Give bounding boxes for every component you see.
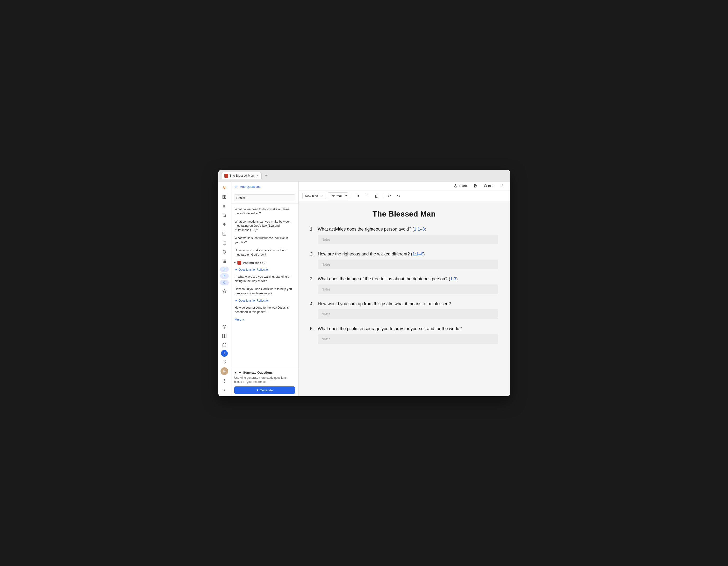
underline-button[interactable]: U: [372, 192, 380, 200]
redo-button[interactable]: ↪: [395, 192, 402, 200]
num-badge-btn[interactable]: 3: [221, 350, 228, 357]
info-button[interactable]: Info: [482, 183, 495, 188]
svg-point-9: [224, 259, 225, 260]
o-pill-btn[interactable]: O: [220, 280, 229, 286]
notes-field[interactable]: Notes: [318, 334, 498, 344]
svg-point-14: [223, 262, 223, 263]
main-area: B N O 3: [218, 181, 510, 396]
sidebar-icons: B N O 3: [218, 181, 231, 396]
question-content: How would you sum up from this psalm wha…: [318, 301, 451, 307]
add-questions-button[interactable]: Add Questions: [234, 184, 295, 190]
info-label: Info: [488, 184, 493, 187]
grid-icon-btn[interactable]: [220, 257, 229, 265]
questions-for-reflection-2[interactable]: ▼ Questions for Reflection: [231, 298, 298, 304]
new-tab-button[interactable]: +: [263, 172, 269, 179]
layout-icon-btn[interactable]: [220, 193, 229, 201]
svg-rect-4: [223, 197, 224, 198]
more-link[interactable]: More »: [231, 316, 298, 324]
notes-field[interactable]: Notes: [318, 309, 498, 319]
document-icon-btn[interactable]: [220, 238, 229, 247]
question-text: 5. What does the psalm encourage you to …: [310, 326, 498, 332]
new-block-button[interactable]: New block: [302, 193, 326, 199]
svg-marker-17: [223, 289, 226, 292]
generate-section: ▼ ✦ Generate Questions Use AI to generat…: [231, 368, 298, 396]
cross-icon-btn[interactable]: [220, 220, 229, 229]
svg-rect-7: [223, 232, 226, 235]
help-icon-btn[interactable]: [220, 323, 229, 331]
list-item[interactable]: What would such fruitfulness look like i…: [231, 234, 298, 246]
new-block-label: New block: [305, 194, 320, 198]
generate-header[interactable]: ▼ ✦ Generate Questions: [234, 371, 295, 374]
refresh-icon-btn[interactable]: [220, 357, 229, 366]
chevron-down-icon-2: ▼: [235, 268, 238, 271]
question-content: What does the psalm encourage you to pra…: [318, 326, 462, 332]
svg-rect-2: [223, 195, 224, 197]
bold-button[interactable]: B: [354, 192, 361, 200]
toolbar-divider-2: [383, 193, 383, 198]
scripture-ref-link[interactable]: 1:3: [450, 276, 456, 281]
expand-sidebar-btn[interactable]: [220, 386, 229, 395]
generate-button[interactable]: ✦ Generate: [234, 387, 295, 394]
tab-close-button[interactable]: ×: [257, 174, 258, 178]
question-text: 4. How would you sum up from this psalm …: [310, 301, 498, 307]
shield-icon-btn[interactable]: [220, 248, 229, 256]
check-icon-btn[interactable]: [220, 229, 229, 238]
svg-point-16: [225, 262, 226, 263]
list-item[interactable]: What connections can you make between me…: [231, 218, 298, 234]
list-item[interactable]: How could you use God's word to help you…: [231, 285, 298, 298]
b-pill-btn[interactable]: B: [220, 266, 229, 272]
home-icon-btn[interactable]: [220, 183, 229, 192]
questions-for-reflection-1[interactable]: ▼ Questions for Reflection: [231, 266, 298, 273]
question-number: 5.: [310, 326, 315, 332]
list-item[interactable]: How do you respond to the way Jesus is d…: [231, 304, 298, 316]
n-pill-btn[interactable]: N: [220, 273, 229, 278]
svg-point-8: [223, 259, 223, 260]
svg-point-25: [224, 382, 225, 382]
undo-button[interactable]: ↩: [386, 192, 393, 200]
questions-panel: Add Questions What do we need to do to m…: [231, 181, 299, 396]
reflection-label-1: Questions for Reflection: [238, 268, 269, 271]
more-options-editor-btn[interactable]: [498, 183, 506, 189]
avatar-btn[interactable]: [221, 367, 228, 375]
library-icon-btn[interactable]: [220, 202, 229, 210]
question-content: What activities does the righteous perso…: [318, 226, 426, 232]
toolbar-divider-1: [351, 193, 351, 198]
top-action-bar: Share Info: [299, 181, 510, 190]
tab-book-icon: [224, 174, 228, 178]
svg-point-22: [224, 370, 225, 371]
list-item[interactable]: In what ways are you walking, standing o…: [231, 273, 298, 285]
export-icon-btn[interactable]: [220, 341, 229, 350]
svg-rect-20: [223, 334, 224, 338]
star-icon-btn[interactable]: [220, 287, 229, 295]
question-content: How are the righteous and the wicked dif…: [318, 251, 425, 257]
search-icon-btn[interactable]: [220, 211, 229, 220]
print-button[interactable]: [472, 183, 479, 188]
title-bar: The Blessed Man × +: [218, 170, 510, 181]
list-item[interactable]: How can you make space in your life to m…: [231, 246, 298, 259]
questions-list: What do we need to do to make our lives …: [231, 203, 298, 368]
question-number: 2.: [310, 251, 315, 257]
panels-icon-btn[interactable]: [220, 332, 229, 340]
svg-point-0: [224, 187, 225, 188]
text-style-select[interactable]: Normal: [328, 192, 348, 199]
svg-point-19: [224, 328, 225, 328]
list-item[interactable]: What do we need to do to make our lives …: [231, 205, 298, 218]
svg-point-15: [224, 262, 225, 263]
notes-field[interactable]: Notes: [318, 259, 498, 269]
scripture-ref-link[interactable]: 1:1–3: [414, 227, 425, 231]
question-number: 1.: [310, 226, 315, 232]
notes-field[interactable]: Notes: [318, 285, 498, 294]
active-tab[interactable]: The Blessed Man ×: [221, 172, 262, 179]
svg-point-12: [224, 261, 225, 261]
more-options-btn[interactable]: [220, 377, 229, 385]
scripture-ref-link[interactable]: 1:1–6: [412, 251, 423, 256]
svg-point-24: [224, 381, 225, 381]
svg-point-23: [224, 379, 225, 380]
notes-field[interactable]: Notes: [318, 235, 498, 244]
question-content: What does the image of the tree tell us …: [318, 276, 458, 282]
section-psalms-for-you[interactable]: ▼ Psalms for You: [231, 259, 298, 266]
italic-button[interactable]: I: [363, 192, 371, 200]
share-button[interactable]: Share: [452, 183, 469, 188]
question-block: 4. How would you sum up from this psalm …: [310, 301, 498, 319]
search-input[interactable]: [234, 194, 295, 201]
